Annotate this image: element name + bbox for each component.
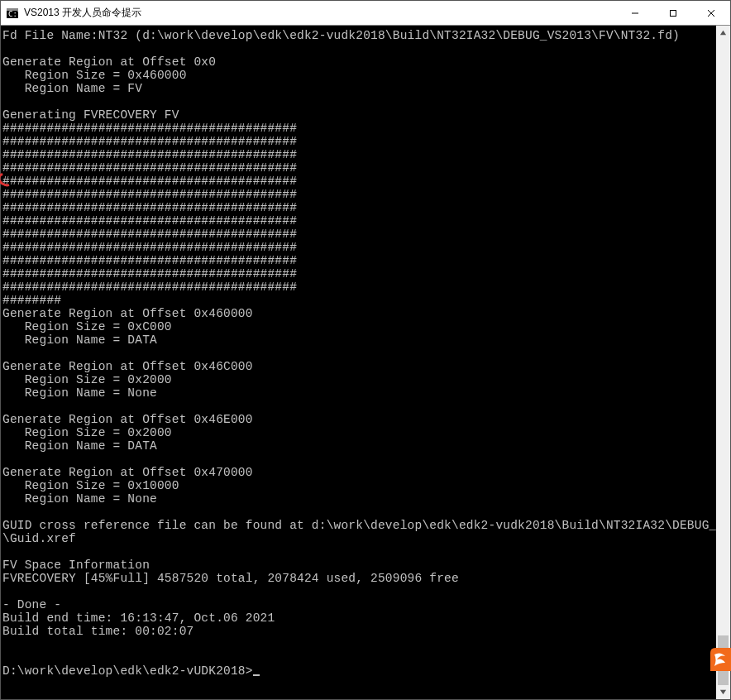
window-controls: [616, 1, 730, 25]
app-icon: C:\: [6, 7, 19, 20]
client-area: Fd File Name:NT32 (d:\work\develop\edk\e…: [1, 26, 730, 699]
scrollbar-up-button[interactable]: [716, 26, 730, 40]
close-button[interactable]: [692, 1, 730, 25]
window-title: VS2013 开发人员命令提示: [24, 6, 141, 20]
scrollbar-thumb[interactable]: [718, 635, 729, 685]
minimize-button[interactable]: [616, 1, 654, 25]
svg-rect-4: [671, 10, 676, 16]
terminal-output[interactable]: Fd File Name:NT32 (d:\work\develop\edk\e…: [1, 26, 716, 699]
scrollbar-track[interactable]: [716, 40, 730, 685]
maximize-button[interactable]: [654, 1, 692, 25]
prompt: D:\work\develop\edk\edk2-vUDK2018>: [2, 664, 253, 678]
cursor: [253, 674, 260, 676]
titlebar-left: C:\ VS2013 开发人员命令提示: [1, 6, 141, 20]
svg-marker-7: [720, 31, 726, 35]
console-window: C:\ VS2013 开发人员命令提示 Fd File Name:NT32 (d…: [0, 0, 731, 700]
svg-marker-8: [720, 690, 726, 694]
titlebar[interactable]: C:\ VS2013 开发人员命令提示: [1, 1, 730, 26]
vertical-scrollbar[interactable]: [716, 26, 730, 699]
svg-text:C:\: C:\: [8, 10, 19, 18]
scrollbar-down-button[interactable]: [716, 685, 730, 699]
